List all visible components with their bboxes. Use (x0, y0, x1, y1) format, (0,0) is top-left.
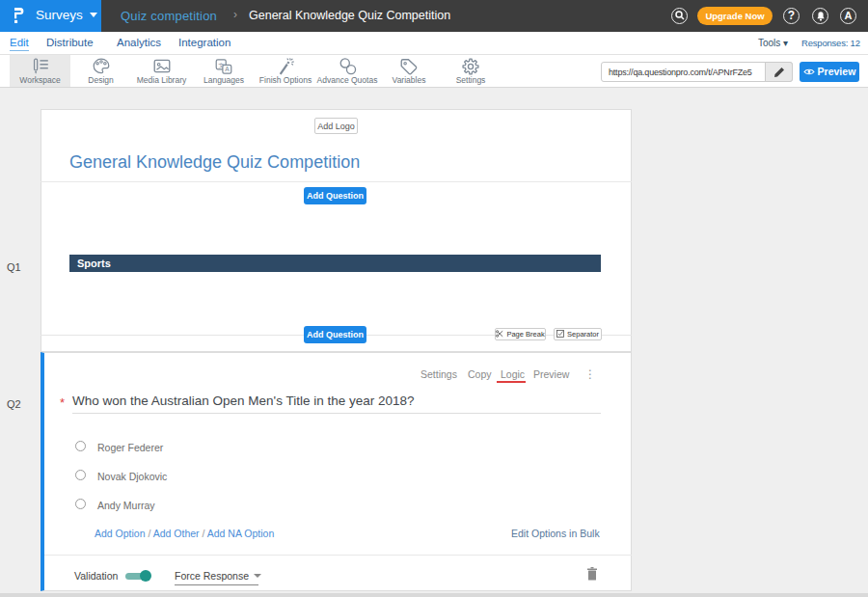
svg-text:A: A (225, 66, 230, 72)
